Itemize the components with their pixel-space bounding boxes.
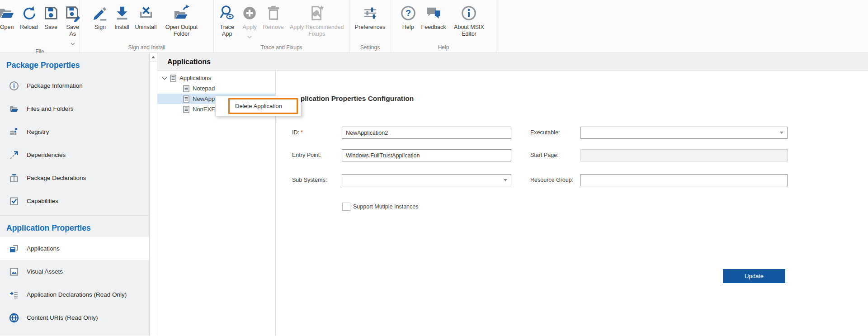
tree-node-applications-root[interactable]: Applications xyxy=(157,73,275,83)
help-button[interactable]: ? Help xyxy=(397,2,419,32)
document-icon xyxy=(183,85,189,92)
combo-dropdown-arrow-icon[interactable] xyxy=(780,132,783,134)
combo-dropdown-arrow-icon[interactable] xyxy=(504,179,507,181)
entry-point-label: Entry Point: xyxy=(292,152,321,159)
open-output-folder-button[interactable]: Open Output Folder xyxy=(159,2,204,38)
svg-text:?: ? xyxy=(405,8,410,18)
remove-trash-icon xyxy=(265,3,282,23)
feedback-button[interactable]: Feedback xyxy=(419,2,448,32)
apply-button[interactable]: Apply xyxy=(239,2,260,41)
sidebar-item-application-declarations[interactable]: Application Declarations (Read Only) xyxy=(0,283,149,306)
scrollbar-up-arrow-icon[interactable] xyxy=(150,53,157,62)
sidebar-item-visual-assets[interactable]: Visual Assets xyxy=(0,260,149,283)
document-icon xyxy=(170,75,176,82)
apply-recommended-fixups-button[interactable]: Apply Recommended Fixups xyxy=(286,2,348,38)
msix-editor-window: Open Reload Save Save As File xyxy=(0,0,868,336)
tree-node-label: Notepad xyxy=(193,85,215,92)
tree-node-label: Applications xyxy=(179,75,211,81)
sidebar-heading-application-properties: Application Properties xyxy=(0,216,149,237)
trace-app-button[interactable]: Trace App xyxy=(215,2,239,38)
uninstall-button[interactable]: Uninstall xyxy=(133,2,159,32)
list-arrow-icon xyxy=(9,290,19,300)
install-arrow-icon xyxy=(113,3,131,23)
about-info-icon xyxy=(460,3,477,23)
sidebar-heading-package-properties: Package Properties xyxy=(0,53,149,74)
windows-icon xyxy=(9,244,19,254)
ribbon-group-trace-and-fixups: Trace App Apply Remove Apply Recommended… xyxy=(214,0,349,52)
help-question-icon: ? xyxy=(400,3,417,23)
apply-plus-icon xyxy=(241,3,258,23)
entry-point-input[interactable] xyxy=(342,149,511,161)
id-label: ID:* xyxy=(292,129,303,137)
open-button[interactable]: Open xyxy=(0,2,18,32)
executable-combobox[interactable] xyxy=(580,127,788,139)
reload-button[interactable]: Reload xyxy=(18,2,40,32)
ribbon-group-settings: Preferences Settings xyxy=(349,0,391,52)
ribbon-group-label-trace-and-fixups: Trace and Fixups xyxy=(214,44,349,52)
preferences-sliders-icon xyxy=(362,3,379,23)
sub-systems-label: Sub Systems: xyxy=(292,177,327,184)
sub-systems-combobox[interactable] xyxy=(342,174,511,186)
sidebar-item-package-declarations[interactable]: Package Declarations xyxy=(0,166,149,189)
tree-node-notepad[interactable]: Notepad xyxy=(157,83,275,94)
sidebar-item-registry[interactable]: Registry xyxy=(0,120,149,143)
context-menu: Delete Application xyxy=(215,96,301,116)
uninstall-x-icon xyxy=(137,3,155,23)
document-icon xyxy=(183,95,189,103)
form-title: Application Properties Configuration xyxy=(291,95,414,103)
support-multiple-instances-label: Support Mutiple Instances xyxy=(353,203,419,210)
reload-icon xyxy=(20,3,38,23)
sign-pencil-icon xyxy=(92,3,109,23)
preferences-button[interactable]: Preferences xyxy=(353,2,387,32)
save-as-icon xyxy=(64,3,81,23)
about-msix-editor-button[interactable]: About MSIX Editor xyxy=(448,2,490,38)
remove-button[interactable]: Remove xyxy=(260,2,286,32)
globe-icon xyxy=(9,313,19,323)
checkbox-check-icon xyxy=(9,196,19,206)
resource-group-input[interactable] xyxy=(580,174,788,186)
sidebar-item-content-uris[interactable]: Content URIs (Read Only) xyxy=(0,306,149,329)
folder-icon xyxy=(9,104,19,114)
ribbon-group-sign-and-install: Sign Install Uninstall Open Output Folde… xyxy=(80,0,214,52)
application-properties-form: Application Properties Configuration ID:… xyxy=(276,71,868,336)
sidebar-item-capabilities[interactable]: Capabilities xyxy=(0,189,149,213)
start-page-input xyxy=(580,149,788,161)
install-button[interactable]: Install xyxy=(111,2,133,32)
required-asterisk: * xyxy=(301,129,303,136)
feedback-speech-bubble-icon xyxy=(425,3,442,23)
open-output-folder-icon xyxy=(173,3,190,23)
sign-button[interactable]: Sign xyxy=(90,2,111,32)
tree-node-label: NonEXE xyxy=(193,106,215,113)
page-header: Applications xyxy=(157,53,868,71)
document-icon xyxy=(183,106,189,113)
trace-app-magnifier-icon xyxy=(218,3,236,23)
id-input[interactable] xyxy=(342,127,511,139)
sidebar-item-files-and-folders[interactable]: Files and Folders xyxy=(0,97,149,120)
page-title: Applications xyxy=(167,58,211,66)
update-button[interactable]: Update xyxy=(723,269,785,283)
chevron-down-icon[interactable] xyxy=(162,76,167,80)
navigation-sidebar: Package Properties Package Information F… xyxy=(0,53,149,336)
open-folder-icon xyxy=(0,3,15,23)
save-as-dropdown-chevron-icon[interactable] xyxy=(71,39,75,47)
executable-label: Executable: xyxy=(530,129,560,137)
sidebar-item-applications[interactable]: Applications xyxy=(0,237,149,260)
gift-icon xyxy=(9,173,19,183)
ribbon-group-label-sign-and-install: Sign and Install xyxy=(80,44,213,52)
fixups-document-wrench-icon xyxy=(308,3,326,23)
ribbon-group-file: Open Reload Save Save As File xyxy=(0,0,80,52)
dependencies-arrow-icon xyxy=(9,150,19,160)
picture-icon xyxy=(9,267,19,277)
support-multiple-instances-checkbox[interactable] xyxy=(342,203,350,211)
ribbon-toolbar: Open Reload Save Save As File xyxy=(0,0,868,53)
ribbon-group-label-settings: Settings xyxy=(349,44,391,52)
delete-application-menu-item[interactable]: Delete Application xyxy=(228,98,298,114)
apply-dropdown-chevron-icon xyxy=(247,32,252,40)
info-icon xyxy=(9,81,19,91)
save-button[interactable]: Save xyxy=(40,2,62,32)
start-page-label: Start Page: xyxy=(530,152,559,159)
sidebar-scrollbar[interactable] xyxy=(149,53,157,336)
sidebar-item-dependencies[interactable]: Dependencies xyxy=(0,143,149,166)
ribbon-group-label-help: Help xyxy=(391,44,496,52)
sidebar-item-package-information[interactable]: Package Information xyxy=(0,74,149,97)
